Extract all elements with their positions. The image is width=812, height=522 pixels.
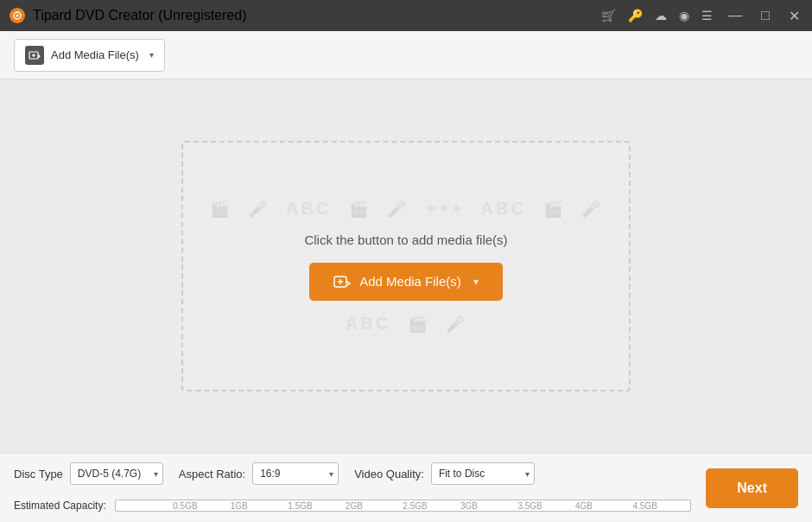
- status-controls-row: Disc Type DVD-5 (4.7G) DVD-9 (8.5G) Blu-…: [14, 462, 691, 485]
- tick-1gb: 1GB: [231, 501, 248, 511]
- maximize-button[interactable]: □: [758, 8, 773, 23]
- tick-35gb: 3.5GB: [517, 501, 542, 511]
- title-controls: 🛒 🔑 ☁ ◉ ☰ — □ ✕: [601, 8, 803, 24]
- svg-point-2: [16, 15, 19, 17]
- tick-45gb: 4.5GB: [632, 501, 657, 511]
- video-quality-group: Video Quality: Fit to Disc High Medium L…: [354, 462, 535, 485]
- title-text: Tipard DVD Creator (Unregistered): [33, 8, 246, 23]
- tick-05gb: 0.5GB: [173, 501, 197, 511]
- app-icon: [9, 7, 26, 24]
- key-icon[interactable]: 🔑: [628, 9, 643, 22]
- main-content: 🎬 🎤 ABC 🎬 🎤 ✦✦✦ ABC 🎬 🎤 ABC 🎬 🎤 Click th…: [0, 80, 812, 453]
- disc-type-group: Disc Type DVD-5 (4.7G) DVD-9 (8.5G) Blu-…: [14, 462, 163, 485]
- aspect-ratio-label: Aspect Ratio:: [179, 468, 245, 481]
- add-media-main-label: Add Media File(s): [359, 274, 461, 289]
- title-bar: Tipard DVD Creator (Unregistered) 🛒 🔑 ☁ …: [0, 0, 812, 31]
- capacity-bar: 0.5GB 1GB 1.5GB 2GB 2.5GB 3GB 3.5GB 4GB …: [115, 500, 691, 512]
- video-quality-label: Video Quality:: [354, 468, 424, 481]
- title-left: Tipard DVD Creator (Unregistered): [9, 7, 246, 24]
- capacity-row: Estimated Capacity: 0.5GB 1GB 1.5GB 2GB …: [14, 500, 691, 512]
- minimize-button[interactable]: —: [725, 8, 745, 23]
- video-quality-select-wrapper: Fit to Disc High Medium Low: [431, 462, 535, 485]
- add-media-main-button[interactable]: Add Media File(s) ▾: [309, 263, 503, 301]
- add-media-toolbar-button[interactable]: Add Media File(s) ▾: [14, 39, 165, 72]
- menu-icon[interactable]: ☰: [701, 9, 713, 22]
- next-button[interactable]: Next: [706, 468, 798, 508]
- tick-2gb: 2GB: [346, 501, 363, 511]
- aspect-ratio-group: Aspect Ratio: 16:9 4:3: [179, 462, 339, 485]
- close-button[interactable]: ✕: [785, 8, 803, 24]
- drop-zone-prompt: Click the button to add media file(s): [304, 232, 507, 247]
- toolbar: Add Media File(s) ▾: [0, 31, 812, 80]
- drop-zone: 🎬 🎤 ABC 🎬 🎤 ✦✦✦ ABC 🎬 🎤 ABC 🎬 🎤 Click th…: [181, 141, 631, 392]
- disc-type-select[interactable]: DVD-5 (4.7G) DVD-9 (8.5G) Blu-ray 25G Bl…: [70, 462, 163, 485]
- dropdown-arrow-icon: ▾: [149, 50, 154, 60]
- add-media-dropdown-icon: ▾: [473, 276, 479, 288]
- disc-type-select-wrapper: DVD-5 (4.7G) DVD-9 (8.5G) Blu-ray 25G Bl…: [70, 462, 163, 485]
- aspect-ratio-select[interactable]: 16:9 4:3: [252, 462, 339, 485]
- user-icon[interactable]: ◉: [679, 9, 689, 22]
- tick-15gb: 1.5GB: [288, 501, 312, 511]
- cart-icon[interactable]: 🛒: [601, 9, 616, 22]
- add-media-toolbar-icon: [25, 46, 44, 65]
- tick-4gb: 4GB: [575, 501, 593, 511]
- video-quality-select[interactable]: Fit to Disc High Medium Low: [431, 462, 535, 485]
- tick-3gb: 3GB: [460, 501, 478, 511]
- disc-type-label: Disc Type: [14, 468, 63, 481]
- add-media-toolbar-label: Add Media File(s): [51, 48, 139, 61]
- estimated-capacity-label: Estimated Capacity:: [14, 500, 106, 512]
- status-bar: Disc Type DVD-5 (4.7G) DVD-9 (8.5G) Blu-…: [0, 453, 812, 522]
- add-media-main-icon: [333, 273, 351, 290]
- tick-25gb: 2.5GB: [403, 501, 427, 511]
- aspect-ratio-select-wrapper: 16:9 4:3: [252, 462, 339, 485]
- cloud-icon[interactable]: ☁: [655, 9, 667, 22]
